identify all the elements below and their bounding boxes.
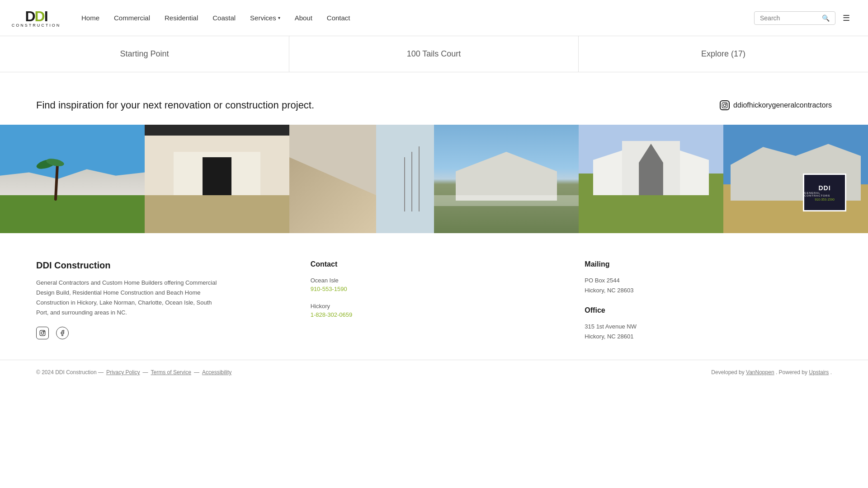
mailing-heading: Mailing (585, 260, 832, 268)
svg-point-1 (723, 104, 726, 107)
separator-1: — (143, 369, 148, 375)
nav-commercial[interactable]: Commercial (114, 14, 150, 22)
footer-mailing-col: Mailing PO Box 2544 Hickory, NC 28603 Of… (585, 260, 832, 342)
logo[interactable]: DDI CONSTRUCTION (18, 5, 54, 32)
logo-sub: CONSTRUCTION (12, 23, 61, 28)
facebook-social-icon[interactable] (56, 327, 69, 339)
period: . (830, 369, 832, 375)
site-footer: DDI Construction General Contractors and… (0, 233, 868, 360)
footer-brand-description: General Contractors and Custom Home Buil… (36, 278, 217, 318)
instagram-icon (720, 100, 730, 110)
gallery-photo-2[interactable] (145, 125, 289, 233)
main-content: Starting Point 100 Tails Court Explore (… (0, 36, 868, 385)
chevron-down-icon: ▾ (278, 15, 280, 20)
svg-point-2 (726, 103, 726, 104)
footer-contact-col: Contact Ocean Isle 910-553-1590 Hickory … (311, 260, 558, 342)
main-nav: Home Commercial Residential Coastal Serv… (81, 14, 754, 22)
search-icon: 🔍 (822, 14, 830, 22)
instagram-section: Find inspiration for your next renovatio… (0, 72, 868, 125)
photo-gallery: DDI GENERAL CONTRACTORS 910-353-1590 (0, 125, 868, 233)
ddi-sign: DDI GENERAL CONTRACTORS 910-353-1590 (803, 174, 846, 211)
instagram-social-icon[interactable] (36, 327, 49, 339)
gallery-photo-6[interactable]: DDI GENERAL CONTRACTORS 910-353-1590 (723, 125, 868, 233)
mailing-city: Hickory, NC 28603 (585, 286, 832, 296)
powered-by-text: . Powered by (776, 369, 807, 375)
platform-link[interactable]: Upstairs (809, 369, 829, 375)
gallery-photo-5[interactable] (579, 125, 723, 233)
search-box[interactable]: 🔍 (754, 11, 835, 25)
separator-2: — (194, 369, 199, 375)
terms-of-service-link[interactable]: Terms of Service (151, 369, 191, 375)
cart-icon[interactable]: ☰ (843, 13, 850, 23)
bottom-bar: © 2024 DDI Construction — Privacy Policy… (0, 360, 868, 385)
gallery-photo-3[interactable] (289, 125, 434, 233)
nav-about[interactable]: About (295, 14, 312, 22)
instagram-handle: ddiofhickorygeneralcontractors (733, 101, 832, 109)
svg-point-4 (41, 332, 44, 334)
nav-home[interactable]: Home (81, 14, 99, 22)
search-input[interactable] (760, 14, 818, 22)
office-street: 315 1st Avenue NW (585, 322, 832, 332)
copyright-text: © 2024 DDI Construction — (36, 369, 104, 375)
hickory-phone[interactable]: 1-828-302-0659 (311, 311, 558, 318)
developer-link[interactable]: VanNoppen (746, 369, 774, 375)
footer-brand-col: DDI Construction General Contractors and… (36, 260, 283, 342)
gallery-photo-1[interactable] (0, 125, 145, 233)
svg-point-5 (43, 331, 44, 332)
contact-hickory: Hickory 1-828-302-0659 (311, 301, 558, 318)
footer-social (36, 327, 283, 339)
accessibility-link[interactable]: Accessibility (202, 369, 231, 375)
nav-contact[interactable]: Contact (327, 14, 350, 22)
nav-services[interactable]: Services ▾ (250, 14, 280, 22)
contact-heading: Contact (311, 260, 558, 268)
cards-strip: Starting Point 100 Tails Court Explore (… (0, 36, 868, 72)
logo-text: DDI (25, 8, 47, 25)
office-city: Hickory, NC 28601 (585, 332, 832, 342)
footer-brand-name: DDI Construction (36, 260, 283, 271)
footer-grid: DDI Construction General Contractors and… (36, 260, 832, 342)
nav-residential[interactable]: Residential (165, 14, 198, 22)
bottom-right: Developed by VanNoppen . Powered by Upst… (711, 369, 832, 375)
card-2[interactable]: 100 Tails Court (289, 36, 579, 72)
ocean-isle-label: Ocean Isle (311, 276, 558, 286)
instagram-link[interactable]: ddiofhickorygeneralcontractors (720, 100, 832, 110)
site-header: DDI CONSTRUCTION Home Commercial Residen… (0, 0, 868, 36)
card-1[interactable]: Starting Point (0, 36, 289, 72)
mailing-po-box: PO Box 2544 (585, 276, 832, 286)
office-heading: Office (585, 306, 832, 314)
hickory-label: Hickory (311, 301, 558, 311)
bottom-left: © 2024 DDI Construction — Privacy Policy… (36, 369, 231, 375)
card-3[interactable]: Explore (17) (579, 36, 868, 72)
contact-ocean-isle: Ocean Isle 910-553-1590 (311, 276, 558, 292)
developed-by-text: Developed by (711, 369, 744, 375)
privacy-policy-link[interactable]: Privacy Policy (106, 369, 140, 375)
nav-coastal[interactable]: Coastal (212, 14, 236, 22)
svg-rect-0 (722, 103, 727, 108)
instagram-tagline: Find inspiration for your next renovatio… (36, 99, 314, 111)
gallery-photo-4[interactable] (434, 125, 579, 233)
ocean-isle-phone[interactable]: 910-553-1590 (311, 286, 558, 292)
